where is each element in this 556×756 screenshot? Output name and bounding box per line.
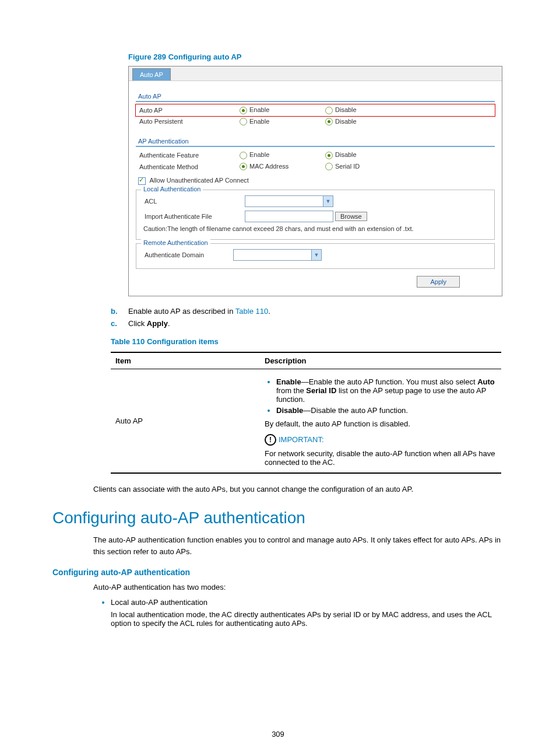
important-label: IMPORTANT: bbox=[279, 435, 324, 444]
legend-remote-auth: Remote Authentication bbox=[141, 239, 210, 246]
steps-list: b. Enable auto AP as described in Table … bbox=[111, 307, 504, 328]
table-caption: Table 110 Configuration items bbox=[111, 337, 504, 346]
radio-label: Disable bbox=[335, 118, 357, 125]
radio-persist-enable[interactable] bbox=[240, 118, 247, 125]
radio-label: Enable bbox=[249, 118, 269, 125]
label-auto-persistent: Auto Persistent bbox=[136, 116, 236, 128]
th-item: Item bbox=[111, 352, 260, 369]
text: —Enable the auto AP function. You must a… bbox=[301, 377, 478, 386]
bullet-local-auth: Local auto-AP authentication In local au… bbox=[111, 598, 504, 628]
divider bbox=[136, 101, 495, 102]
checkbox-allow-unauth[interactable] bbox=[138, 177, 146, 185]
default-text: By default, the auto AP function is disa… bbox=[265, 419, 497, 428]
radio-method-serial[interactable] bbox=[325, 163, 333, 170]
radio-authfeat-enable[interactable] bbox=[240, 152, 247, 159]
td-item: Auto AP bbox=[111, 369, 260, 473]
config-table: Item Description Auto AP Enable—Enable t… bbox=[111, 352, 501, 474]
bold: Disable bbox=[276, 406, 303, 415]
radio-authfeat-disable[interactable] bbox=[325, 152, 333, 159]
page-number: 309 bbox=[0, 730, 556, 738]
radio-label: MAC Address bbox=[249, 163, 288, 170]
important-row: ! IMPORTANT: bbox=[265, 434, 497, 446]
step-b: b. Enable auto AP as described in Table … bbox=[111, 307, 504, 316]
bold: Auto bbox=[477, 377, 495, 386]
bullet-text: Local auto-AP authentication bbox=[111, 598, 207, 607]
link-table-110[interactable]: Table 110 bbox=[235, 307, 268, 316]
radio-auto-ap-enable[interactable] bbox=[240, 107, 247, 114]
bullet-enable: Enable—Enable the auto AP function. You … bbox=[276, 377, 497, 404]
row-auth-feature: Authenticate Feature Enable Disable bbox=[136, 149, 495, 161]
step-bold: Apply bbox=[147, 319, 168, 328]
step-text: . bbox=[168, 319, 170, 328]
label-auth-method: Authenticate Method bbox=[136, 161, 236, 173]
checkbox-label: Allow Unauthenticated AP Connect bbox=[149, 177, 248, 184]
label-acl: ACL bbox=[141, 194, 241, 209]
row-auto-persistent: Auto Persistent Enable Disable bbox=[136, 116, 495, 128]
th-description: Description bbox=[260, 352, 501, 369]
fieldset-remote-auth: Remote Authentication Authenticate Domai… bbox=[136, 243, 495, 269]
label-auth-domain: Authenticate Domain bbox=[141, 247, 230, 262]
text: —Disable the auto AP function. bbox=[303, 406, 408, 415]
radio-auto-ap-disable[interactable] bbox=[325, 107, 333, 114]
h1-para: The auto-AP authentication function enab… bbox=[93, 534, 504, 557]
step-text: . bbox=[268, 307, 270, 316]
radio-label: Enable bbox=[249, 106, 269, 113]
section-ap-auth-title: AP Authentication bbox=[136, 138, 495, 145]
chevron-down-icon: ▼ bbox=[311, 250, 321, 260]
label-auth-feature: Authenticate Feature bbox=[136, 149, 236, 161]
tab-auto-ap[interactable]: Auto AP bbox=[132, 68, 171, 80]
chevron-down-icon: ▼ bbox=[323, 196, 333, 206]
bold: Serial ID bbox=[306, 386, 336, 395]
radio-label: Disable bbox=[335, 106, 357, 113]
divider bbox=[136, 146, 495, 147]
h3-intro: Auto-AP authentication has two modes: bbox=[93, 582, 504, 593]
bullet-disable: Disable—Disable the auto AP function. bbox=[276, 406, 497, 415]
tab-bar: Auto AP bbox=[129, 66, 502, 81]
legend-local-auth: Local Authentication bbox=[141, 186, 203, 192]
radio-label: Serial ID bbox=[335, 163, 360, 170]
label-auto-ap: Auto AP bbox=[136, 104, 236, 116]
row-auth-method: Authenticate Method MAC Address Serial I… bbox=[136, 161, 495, 173]
select-auth-domain[interactable]: ▼ bbox=[233, 249, 322, 261]
caution-text: Caution:The length of filename cannot ex… bbox=[141, 224, 490, 233]
apply-button[interactable]: Apply bbox=[417, 276, 460, 288]
step-text: Click bbox=[128, 319, 147, 328]
step-marker: b. bbox=[111, 307, 118, 316]
mode-bullets: Local auto-AP authentication In local au… bbox=[93, 598, 504, 628]
text: from the bbox=[276, 386, 306, 395]
figure-caption: Figure 289 Configuring auto AP bbox=[128, 52, 504, 61]
input-import-file[interactable] bbox=[245, 211, 333, 222]
step-text: Enable auto AP as described in bbox=[128, 307, 235, 316]
radio-persist-disable[interactable] bbox=[325, 118, 333, 125]
radio-method-mac[interactable] bbox=[240, 163, 247, 170]
bullet-para: In local authentication mode, the AC dir… bbox=[111, 610, 504, 628]
section-auto-ap-title: Auto AP bbox=[136, 93, 495, 100]
heading-h1: Configuring auto-AP authentication bbox=[52, 509, 504, 527]
bold: Enable bbox=[276, 377, 301, 386]
step-c: c. Click Apply. bbox=[111, 319, 504, 328]
row-auto-ap: Auto AP Enable Disable bbox=[136, 104, 495, 116]
heading-h3: Configuring auto-AP authentication bbox=[52, 568, 504, 577]
select-acl[interactable]: ▼ bbox=[245, 195, 333, 207]
radio-label: Enable bbox=[249, 151, 269, 158]
screenshot-panel: Auto AP Auto AP Auto AP Enable Disable A… bbox=[128, 66, 502, 296]
radio-label: Disable bbox=[335, 151, 357, 158]
label-import-file: Import Authenticate File bbox=[141, 209, 241, 224]
fieldset-local-auth: Local Authentication ACL ▼ Import Authen… bbox=[136, 190, 495, 240]
para-after-table: Clients can associate with the auto APs,… bbox=[93, 484, 504, 495]
important-icon: ! bbox=[265, 434, 276, 446]
important-text: For network security, disable the auto-A… bbox=[265, 449, 497, 467]
browse-button[interactable]: Browse bbox=[335, 212, 367, 221]
td-description: Enable—Enable the auto AP function. You … bbox=[260, 369, 501, 473]
step-marker: c. bbox=[111, 319, 117, 328]
